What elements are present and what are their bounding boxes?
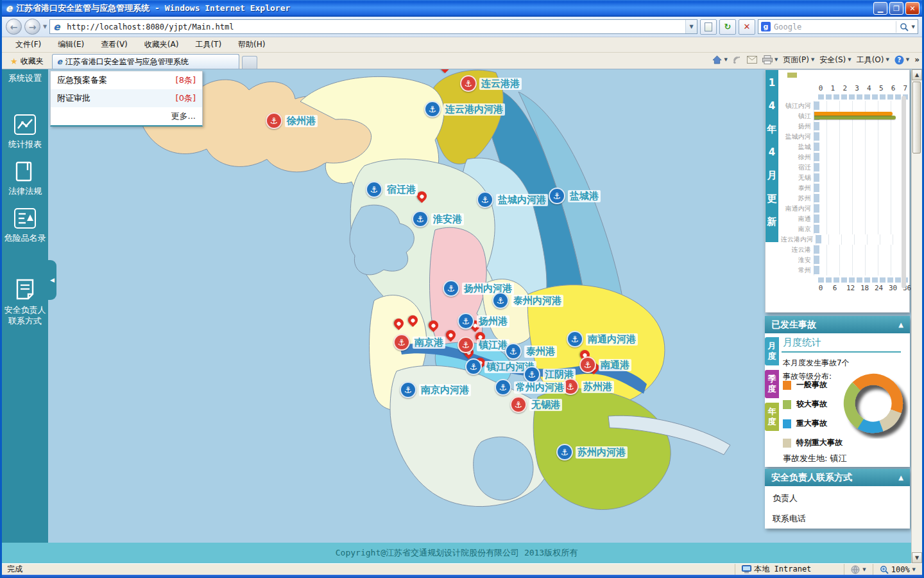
contact-field-person: 负责人 (773, 493, 902, 504)
chevron-double-icon[interactable]: » (914, 55, 920, 64)
chart-scrollbar[interactable] (902, 96, 906, 288)
tab-monthly[interactable]: 月度 (765, 337, 779, 365)
port-marker-南通港[interactable]: ⚓南通港 (579, 356, 631, 373)
collapse-up-icon[interactable]: ▲ (898, 474, 903, 481)
port-marker-泰州港[interactable]: ⚓泰州港 (505, 343, 557, 360)
scroll-up-icon[interactable]: ▲ (912, 69, 922, 80)
port-marker-镇江港[interactable]: ⚓镇江港 (458, 337, 509, 353)
port-marker-盐城港[interactable]: ⚓盐城港 (549, 188, 601, 204)
zoom-control[interactable]: 100% ▼ (873, 564, 922, 575)
port-marker-连云港港[interactable]: ⚓连云港港 (460, 75, 522, 92)
title-bar: e 江苏省港口安全监管与应急管理系统 - Windows Internet Ex… (2, 0, 922, 17)
port-marker-苏州内河港[interactable]: ⚓苏州内河港 (556, 444, 628, 460)
tools-menu-button[interactable]: 工具(O)▼ (857, 55, 889, 66)
page-menu-button[interactable]: 页面(P)▼ (783, 55, 814, 66)
port-marker-宿迁港[interactable]: ⚓宿迁港 (366, 181, 418, 198)
url-text[interactable]: http://localhost:8080/yjpt/Main.html (67, 22, 682, 31)
accident-pin-icon[interactable] (406, 313, 420, 327)
chart-bottom-ticks (818, 277, 908, 283)
feeds-button[interactable] (733, 55, 742, 64)
chart-category-label: 盐城内河 (781, 132, 814, 141)
accident-panel-header[interactable]: 已发生事故 ▲ (765, 316, 910, 333)
minimize-button[interactable]: ▁ (873, 2, 887, 15)
favorites-button[interactable]: ★ 收藏夹 (4, 54, 49, 68)
scroll-down-icon[interactable]: ▼ (912, 552, 922, 563)
read-mail-button[interactable] (747, 56, 757, 64)
back-button[interactable]: ← (6, 19, 22, 35)
contact-panel-header[interactable]: 安全负责人联系方式 ▲ (765, 469, 910, 486)
chart-row-泰州: 泰州 (781, 183, 898, 193)
menu-tools[interactable]: 工具(T) (187, 37, 230, 52)
stop-button[interactable]: ✕ (739, 19, 755, 35)
phishing-filter-button[interactable]: ▼ (844, 564, 872, 575)
compatibility-view-button[interactable] (700, 19, 717, 35)
page-ie-icon: e (53, 21, 64, 33)
security-menu-button[interactable]: 安全(S)▼ (819, 55, 851, 66)
notice-row-emergency-plan[interactable]: 应急预案备案 [8条] (51, 71, 202, 89)
port-marker-连云港内河港[interactable]: ⚓连云港内河港 (424, 101, 505, 118)
scrollbar-track[interactable] (912, 80, 922, 552)
port-marker-徐州港[interactable]: ⚓徐州港 (266, 112, 318, 129)
port-marker-南通内河港[interactable]: ⚓南通内河港 (567, 331, 638, 347)
sidebar-item-statistics[interactable]: 统计报表 (3, 114, 47, 150)
restore-button[interactable]: ❐ (889, 2, 903, 15)
port-marker-无锡港[interactable]: ⚓无锡港 (510, 396, 562, 413)
accident-pin-icon[interactable] (427, 319, 440, 332)
scrollbar-thumb[interactable] (912, 82, 921, 153)
section-title: 月度统计 (782, 335, 901, 353)
close-button[interactable]: ✕ (905, 2, 920, 15)
tab-title: 江苏省港口安全监管与应急管理系统 (65, 57, 189, 67)
vertical-scrollbar[interactable]: ▲ ▼ (911, 69, 922, 563)
notice-row-license-approval[interactable]: 附证审批 [0条] (51, 89, 202, 107)
home-button[interactable]: ▼ (712, 55, 727, 64)
search-icon[interactable] (900, 22, 909, 31)
tab-quarterly[interactable]: 季度 (765, 370, 779, 398)
tab-main[interactable]: e 江苏省港口安全监管与应急管理系统 (52, 54, 239, 69)
accident-pin-icon[interactable] (438, 69, 452, 73)
port-marker-南京港[interactable]: ⚓南京港 (393, 334, 445, 351)
port-marker-淮安港[interactable]: ⚓淮安港 (412, 211, 464, 227)
search-dropdown-icon[interactable]: ▼ (912, 24, 915, 30)
menu-edit[interactable]: 编辑(E) (49, 37, 92, 52)
port-marker-盐城内河港[interactable]: ⚓盐城内河港 (477, 191, 548, 208)
menu-view[interactable]: 查看(V) (92, 37, 136, 52)
refresh-icon: ↻ (724, 22, 732, 31)
print-button[interactable]: ▼ (762, 55, 778, 64)
chart-bar-镇江 (814, 112, 893, 116)
tab-ie-icon: e (57, 57, 62, 66)
address-dropdown-icon[interactable]: ▼ (685, 20, 697, 33)
port-marker-常州内河港[interactable]: ⚓常州内河港 (495, 379, 566, 396)
new-tab-stub[interactable] (242, 56, 257, 69)
sidebar-collapse-handle[interactable]: ◀ (48, 260, 56, 300)
search-input-text[interactable]: Google (774, 22, 893, 31)
menu-favorites[interactable]: 收藏夹(A) (136, 37, 187, 52)
port-marker-泰州内河港[interactable]: ⚓泰州内河港 (492, 292, 563, 309)
port-marker-苏州港[interactable]: ⚓苏州港 (562, 378, 614, 395)
address-field[interactable]: e http://localhost:8080/yjpt/Main.html ▼ (49, 19, 697, 34)
accident-pin-icon[interactable] (392, 317, 406, 330)
sidebar-item-safety-contacts[interactable]: 安全负责人联系方式 (3, 279, 47, 326)
menu-help[interactable]: 帮助(H) (230, 37, 273, 52)
menu-file[interactable]: 文件(F) (7, 37, 49, 52)
dropdown-icon[interactable]: ▼ (862, 567, 866, 572)
legend-swatch (783, 419, 791, 428)
tab-yearly[interactable]: 年度 (765, 403, 779, 431)
ie-logo-icon: e (6, 3, 12, 14)
forward-button[interactable]: → (24, 19, 40, 35)
search-box[interactable]: g Google ▼ (758, 19, 918, 34)
notice-panel: 应急预案备案 [8条] 附证审批 [0条] 更多... (50, 71, 203, 127)
chart-category-label: 淮安 (781, 256, 814, 265)
sidebar-item-hazmat-list[interactable]: 危险品名录 (3, 208, 47, 243)
notice-more-link[interactable]: 更多... (51, 107, 202, 125)
accident-pin-icon[interactable] (444, 328, 458, 342)
dropdown-icon[interactable]: ▼ (912, 567, 916, 572)
port-marker-扬州港[interactable]: ⚓扬州港 (458, 313, 509, 329)
sidebar-item-system-settings[interactable]: 系统设置 (3, 73, 47, 83)
collapse-up-icon[interactable]: ▲ (898, 321, 903, 328)
chart-row-盐城: 盐城 (781, 142, 898, 152)
help-button[interactable]: ? ▼ (894, 55, 909, 65)
sidebar-item-laws[interactable]: 法律法规 (3, 161, 47, 197)
refresh-button[interactable]: ↻ (719, 19, 736, 35)
history-dropdown-icon[interactable]: ▼ (43, 24, 47, 30)
port-marker-南京内河港[interactable]: ⚓南京内河港 (400, 381, 471, 398)
